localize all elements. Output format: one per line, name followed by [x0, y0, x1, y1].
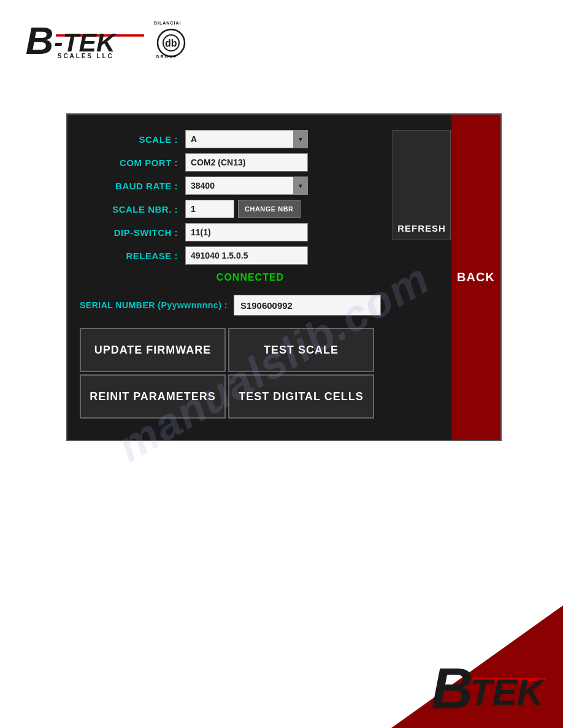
header: B -TEK SCALES LLC BILANCIAI db GROUP: [25, 18, 190, 58]
svg-text:B: B: [431, 656, 473, 716]
serial-input[interactable]: [234, 295, 381, 316]
scalenbr-row: SCALE NBR. : CHANGE NBR: [80, 200, 440, 218]
release-label: RELEASE :: [80, 251, 178, 261]
brand-logo: B -TEK SCALES LLC BILANCIAI db GROUP: [25, 18, 190, 58]
form-section: SCALE : A COM PORT : BAUD RATE : 384: [80, 130, 440, 286]
test-scale-button[interactable]: TEST SCALE: [228, 328, 374, 372]
dipswitch-row: DIP-SWITCH :: [80, 223, 440, 241]
baudrate-select-wrapper[interactable]: 38400: [185, 176, 308, 195]
bottom-btek-logo: B TEK: [428, 654, 551, 716]
svg-text:TEK: TEK: [470, 672, 546, 713]
scalenbr-label: SCALE NBR. :: [80, 204, 178, 214]
buttons-section: UPDATE FIRMWARE TEST SCALE REINIT PARAME…: [80, 328, 374, 419]
bilanciai-logo-svg: BILANCIAI db GROUP: [153, 18, 190, 58]
test-digital-cells-button[interactable]: TEST DIGITAL CELLS: [228, 374, 374, 419]
comport-label: COM PORT :: [80, 157, 178, 168]
release-input[interactable]: [185, 246, 308, 265]
svg-text:GROUP: GROUP: [156, 55, 178, 58]
btek-logo-svg: B -TEK SCALES LLC: [25, 18, 150, 58]
release-row: RELEASE :: [80, 246, 440, 265]
bottom-logo: B TEK: [428, 654, 551, 716]
baudrate-select[interactable]: 38400: [185, 176, 308, 195]
refresh-label: REFRESH: [397, 223, 446, 233]
back-button-label: BACK: [457, 270, 495, 284]
svg-text:db: db: [165, 38, 177, 48]
scale-select-wrapper[interactable]: A: [185, 130, 308, 148]
scale-label: SCALE :: [80, 134, 178, 145]
dipswitch-label: DIP-SWITCH :: [80, 227, 178, 238]
scale-row: SCALE : A: [80, 130, 440, 148]
reinit-parameters-button[interactable]: REINIT PARAMETERS: [80, 374, 226, 419]
scalenbr-input-group: CHANGE NBR: [185, 200, 301, 218]
connected-status: CONNECTED: [185, 272, 315, 283]
dipswitch-input[interactable]: [185, 223, 308, 241]
svg-text:B: B: [26, 19, 54, 58]
comport-input[interactable]: [185, 153, 308, 172]
scale-select[interactable]: A: [185, 130, 308, 148]
svg-text:BILANCIAI: BILANCIAI: [154, 21, 181, 25]
refresh-box[interactable]: REFRESH: [393, 130, 451, 240]
bottom-decoration: B TEK: [391, 605, 563, 728]
serial-label: SERIAL NUMBER (Pyywwnnnnc) :: [80, 300, 228, 310]
main-panel: SCALE : A COM PORT : BAUD RATE : 384: [66, 113, 502, 441]
baudrate-label: BAUD RATE :: [80, 181, 178, 191]
svg-text:SCALES LLC: SCALES LLC: [58, 53, 114, 58]
comport-row: COM PORT :: [80, 153, 440, 172]
back-button[interactable]: BACK: [451, 115, 500, 440]
update-firmware-button[interactable]: UPDATE FIRMWARE: [80, 328, 226, 372]
change-nbr-button[interactable]: CHANGE NBR: [238, 200, 301, 218]
scalenbr-input[interactable]: [185, 200, 234, 218]
serial-section: SERIAL NUMBER (Pyywwnnnnc) :: [80, 295, 440, 316]
baudrate-row: BAUD RATE : 38400: [80, 176, 440, 195]
